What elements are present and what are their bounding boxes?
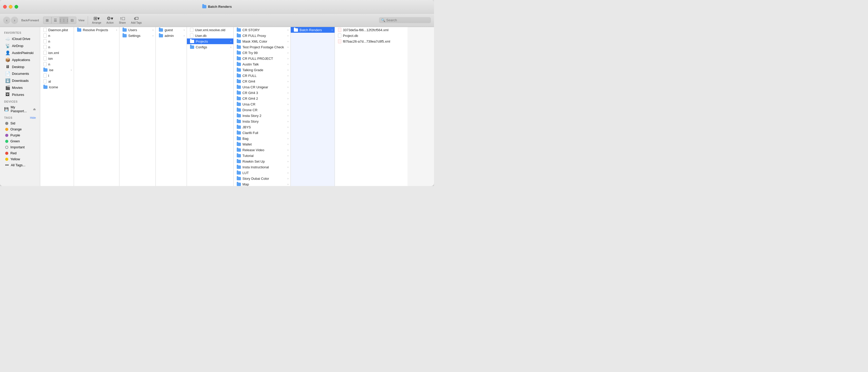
title-folder-icon (202, 5, 206, 8)
list-item[interactable]: Clarifii Full› (234, 130, 290, 136)
list-item[interactable]: CR GH4 3› (234, 90, 290, 95)
icon-view-button[interactable]: ⊞ (43, 17, 52, 24)
folder-icon (237, 160, 241, 163)
sidebar-item-my-passport[interactable]: 💾 My Passport... ⏏ (0, 104, 40, 114)
eject-button[interactable]: ⏏ (33, 107, 36, 111)
list-item[interactable]: CR STORY› (234, 27, 290, 33)
sidebar-tag-yellow[interactable]: Yellow (1, 156, 39, 162)
window-title-area: Batch Renders (202, 5, 232, 8)
list-item[interactable]: Test Project Footage Check› (234, 44, 290, 50)
list-item[interactable]: User.xml.resolve.old (187, 27, 234, 33)
list-item[interactable]: Resolve Projects › (74, 27, 119, 33)
list-item[interactable]: n (40, 44, 74, 50)
list-item[interactable]: Mask XML Color› (234, 38, 290, 44)
list-item[interactable]: lcome (40, 84, 74, 90)
list-item[interactable]: Project.db (335, 33, 407, 38)
share-button[interactable]: ↑□ Share (117, 15, 128, 25)
list-item[interactable]: Settings › (119, 33, 155, 38)
list-item[interactable]: n (40, 38, 74, 44)
search-input[interactable] (386, 18, 428, 22)
list-item[interactable]: Map› (234, 181, 290, 186)
sidebar-item-pictures[interactable]: 🖼 Pictures (1, 91, 39, 98)
arrange-button[interactable]: ⊞▾ Arrange (90, 15, 103, 25)
list-item[interactable]: CR Try 99› (234, 50, 290, 56)
list-item[interactable]: Talking Grade› (234, 67, 290, 73)
list-item[interactable]: l (40, 73, 74, 79)
list-item[interactable]: CR GH4› (234, 79, 290, 84)
close-button[interactable] (3, 5, 7, 8)
chevron-right-icon: › (288, 46, 288, 49)
sidebar-tag-purple[interactable]: Purple (1, 132, 39, 138)
maximize-button[interactable] (14, 5, 18, 8)
list-item[interactable]: Release Video› (234, 147, 290, 153)
sidebar-item-documents[interactable]: 📄 Documents (1, 70, 39, 77)
list-item[interactable]: f87bac26-a7d...739ea7c8f5.xml (335, 38, 407, 44)
list-item[interactable]: Ursa CR› (234, 101, 290, 107)
add-tags-label: Add Tags (131, 21, 142, 24)
list-item[interactable]: Story Dubai Color› (234, 176, 290, 181)
list-item[interactable]: User.db (187, 33, 234, 38)
sidebar-item-movies[interactable]: 🎬 Movies (1, 84, 39, 91)
list-item-projects-selected[interactable]: Projects › (187, 38, 234, 44)
chevron-right-icon: › (184, 29, 185, 31)
list-item[interactable]: ise › (40, 67, 74, 73)
list-item[interactable]: Drone CR› (234, 107, 290, 113)
list-item[interactable]: LUT› (234, 170, 290, 176)
list-item[interactable]: Ursa CR Unigear› (234, 84, 290, 90)
forward-button[interactable]: › (11, 17, 18, 24)
add-tags-button[interactable]: 🏷 Add Tags (129, 15, 144, 25)
sidebar-tag-important[interactable]: Important (1, 144, 39, 150)
list-item[interactable]: JBYS› (234, 124, 290, 130)
list-item-batch-renders[interactable]: Batch Renders › (291, 27, 335, 33)
list-item[interactable]: Insta Story› (234, 118, 290, 124)
file-icon (190, 28, 193, 32)
sidebar-item-applications[interactable]: 📦 Applications (1, 56, 39, 63)
sidebar-tag-green[interactable]: Green (1, 138, 39, 144)
gallery-view-button[interactable]: ⊟ (68, 17, 76, 24)
sidebar-item-austinpiwinski[interactable]: 👤 AustinPiwinski (1, 49, 39, 56)
list-item[interactable]: n (40, 33, 74, 38)
minimize-button[interactable] (9, 5, 12, 8)
list-item[interactable]: ion (40, 56, 74, 61)
list-item[interactable]: CR FULL Proxy› (234, 33, 290, 38)
list-item[interactable]: al (40, 79, 74, 84)
sidebar-item-icloud[interactable]: ☁️ iCloud Drive (1, 35, 39, 42)
list-item[interactable]: Daemon.plist (40, 27, 74, 33)
back-button[interactable]: ‹ (3, 17, 10, 24)
column-view-button[interactable]: ⋮⋮⋮ (60, 17, 68, 24)
sidebar-item-airdrop[interactable]: 📡 AirDrop (1, 42, 39, 49)
folder-icon (77, 28, 81, 32)
list-item[interactable]: Configs › (187, 44, 234, 50)
user-icon: 👤 (5, 50, 10, 55)
list-item[interactable]: guest › (156, 27, 187, 33)
list-item[interactable]: admin › (156, 33, 187, 38)
list-item[interactable]: Insta Instructional› (234, 164, 290, 170)
list-item[interactable]: ion.xml (40, 50, 74, 56)
search-box[interactable]: 🔍 (379, 17, 431, 23)
sidebar-item-downloads[interactable]: ⬇️ Downloads (1, 77, 39, 84)
list-item[interactable]: Bag› (234, 136, 290, 141)
list-item[interactable]: Insta Story 2› (234, 113, 290, 118)
sidebar-tag-sid[interactable]: Sid (1, 120, 39, 126)
list-item[interactable]: Wallet› (234, 141, 290, 147)
action-button[interactable]: ⚙▾ Action (104, 15, 116, 25)
list-item[interactable]: n (40, 61, 74, 67)
sidebar-tag-all-tags[interactable]: ••• All Tags... (1, 162, 39, 168)
sidebar-tag-orange[interactable]: Orange (1, 126, 39, 132)
folder-icon (237, 57, 241, 60)
file-pane-5: User.xml.resolve.old User.db Projects › … (187, 27, 234, 186)
arrange-label: Arrange (92, 21, 101, 24)
sidebar-item-desktop[interactable]: 🖥 Desktop (1, 63, 39, 70)
list-item[interactable]: Rowkin Set Up› (234, 159, 290, 164)
list-item[interactable]: CR FULL PROJECT› (234, 56, 290, 61)
list-item[interactable]: Users › (119, 27, 155, 33)
view-label: View (79, 19, 85, 22)
list-item[interactable]: Tutorial› (234, 153, 290, 159)
list-item[interactable]: Austin Talk› (234, 61, 290, 67)
list-item[interactable]: 3373de5a-f86...12f2fcf564.xml (335, 27, 407, 33)
folder-icon (237, 143, 241, 146)
list-item[interactable]: CR FULL› (234, 73, 290, 79)
tags-hide-button[interactable]: Hide (30, 116, 36, 119)
list-item[interactable]: CR GH4 2› (234, 95, 290, 101)
sidebar-tag-red[interactable]: Red (1, 150, 39, 156)
